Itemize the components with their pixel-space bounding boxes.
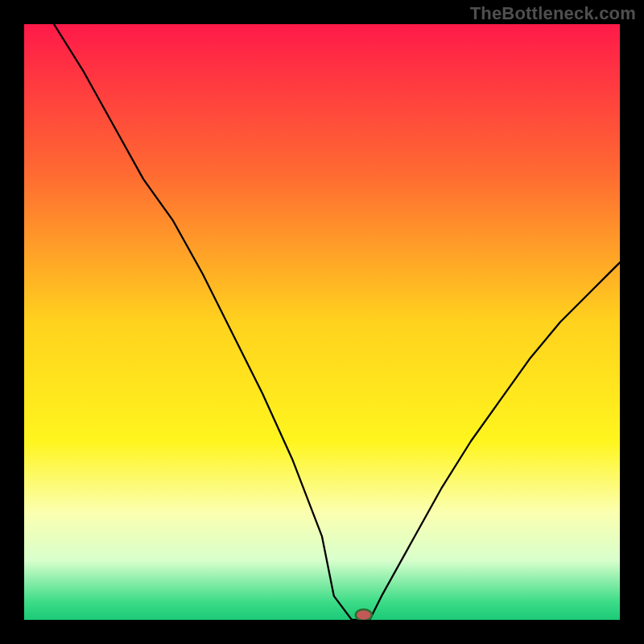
plot-area [24,24,620,620]
chart-svg [24,24,620,620]
chart-frame: TheBottleneck.com [0,0,644,644]
gradient-background [24,24,620,620]
optimal-point-marker [356,609,372,620]
watermark-text: TheBottleneck.com [470,3,636,24]
